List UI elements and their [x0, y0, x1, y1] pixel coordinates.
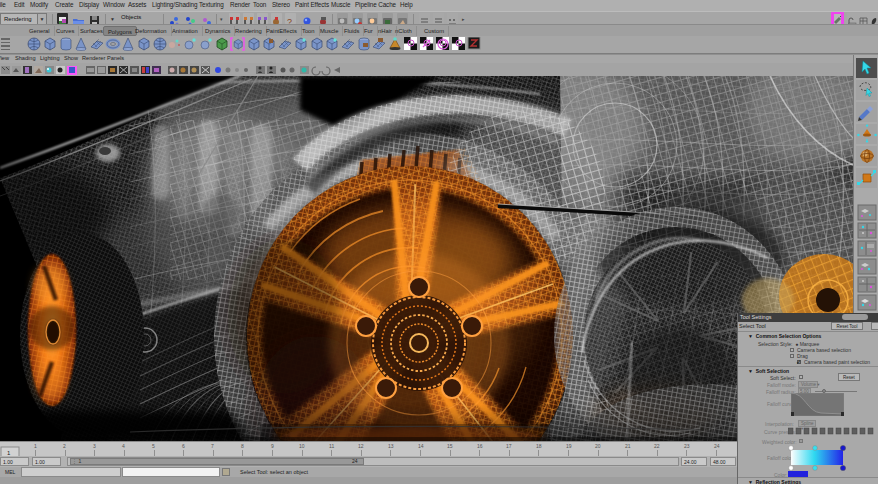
svg-text:4: 4 — [122, 443, 125, 449]
svg-text:14: 14 — [418, 443, 424, 449]
svg-text:22: 22 — [654, 443, 660, 449]
svg-text:1: 1 — [34, 443, 37, 449]
svg-text:5: 5 — [152, 443, 155, 449]
svg-text:16: 16 — [477, 443, 483, 449]
svg-text:3: 3 — [93, 443, 96, 449]
svg-text:17: 17 — [506, 443, 512, 449]
svg-text:12: 12 — [358, 443, 364, 449]
svg-text:11: 11 — [329, 443, 334, 449]
svg-text:6: 6 — [182, 443, 185, 449]
svg-text:21: 21 — [625, 443, 631, 449]
svg-text:15: 15 — [447, 443, 453, 449]
svg-text:24: 24 — [714, 443, 720, 449]
svg-text:18: 18 — [536, 443, 542, 449]
svg-text:19: 19 — [566, 443, 572, 449]
svg-text:2: 2 — [63, 443, 66, 449]
svg-text:20: 20 — [595, 443, 601, 449]
svg-text:7: 7 — [211, 443, 214, 449]
svg-text:23: 23 — [684, 443, 690, 449]
svg-text:13: 13 — [388, 443, 394, 449]
svg-text:10: 10 — [299, 443, 305, 449]
svg-text:8: 8 — [241, 443, 244, 449]
svg-text:9: 9 — [271, 443, 274, 449]
